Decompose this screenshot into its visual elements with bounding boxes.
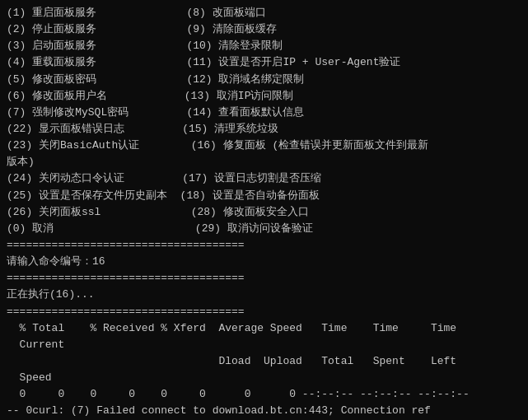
- menu-item-25: (25) 设置是否保存文件历史副本 (18) 设置是否自动备份面板: [7, 189, 320, 202]
- divider-1: =====================================: [7, 239, 245, 251]
- executing-line: 正在执行(16)...: [7, 288, 95, 301]
- curl-header-row2: Current: [7, 338, 64, 351]
- menu-item-4: (4) 重载面板服务 (11) 设置是否开启IP + User-Agent验证: [7, 56, 400, 68]
- curl-header-row4: Speed: [7, 371, 52, 384]
- menu-item-23: (23) 关闭BasicAuth认证 (16) 修复面板 (检查错误并更新面板文…: [7, 139, 428, 152]
- curl-header-row1: % Total % Received % Xferd Average Speed…: [7, 322, 456, 334]
- divider-2: =====================================: [7, 272, 245, 284]
- menu-item-24: (24) 关闭动态口令认证 (17) 设置日志切割是否压缩: [7, 172, 321, 184]
- menu-item-22: (22) 显示面板错误日志 (15) 清理系统垃圾: [7, 123, 278, 135]
- menu-item-0: (0) 取消 (29) 取消访问设备验证: [7, 222, 313, 235]
- curl-data-row: 0 0 0 0 0 0 0 0 --:--:-- --:--:-- --:--:…: [7, 388, 470, 400]
- menu-item-7: (7) 强制修改MySQL密码 (14) 查看面板默认信息: [7, 106, 304, 119]
- menu-item-2: (2) 停止面板服务 (9) 清除面板缓存: [7, 23, 277, 35]
- divider-3: =====================================: [7, 306, 245, 318]
- terminal: (1) 重启面板服务 (8) 改面板端口 (2) 停止面板服务 (9) 清除面板…: [7, 5, 521, 415]
- menu-item-26: (26) 关闭面板ssl (28) 修改面板安全入口: [7, 206, 309, 218]
- menu-item-6: (6) 修改面板用户名 (13) 取消IP访问限制: [7, 90, 293, 102]
- menu-item-1: (1) 重启面板服务 (8) 改面板端口: [7, 7, 266, 19]
- terminal-content: (1) 重启面板服务 (8) 改面板端口 (2) 停止面板服务 (9) 清除面板…: [7, 5, 521, 420]
- menu-item-3: (3) 启动面板服务 (10) 清除登录限制: [7, 40, 283, 52]
- menu-item-23b: 版本): [7, 156, 35, 168]
- menu-item-5: (5) 修改面板密码 (12) 取消域名绑定限制: [7, 73, 304, 86]
- prompt-line: 请输入命令编号：16: [7, 255, 105, 268]
- error-line: -- 0curl: (7) Failed connect to download…: [7, 404, 431, 417]
- curl-header-row3: Dload Upload Total Spent Left: [7, 355, 456, 367]
